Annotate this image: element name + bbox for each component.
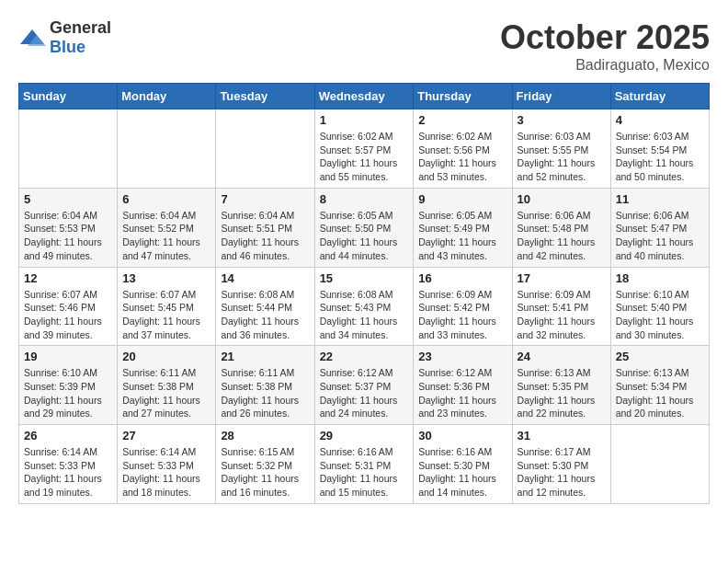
location-title: Badiraguato, Mexico	[500, 57, 710, 74]
day-number: 13	[122, 271, 210, 285]
week-row-3: 12Sunrise: 6:07 AMSunset: 5:46 PMDayligh…	[19, 267, 710, 346]
day-number: 14	[221, 271, 309, 285]
month-title: October 2025	[500, 18, 710, 57]
day-cell-2: 2Sunrise: 6:02 AMSunset: 5:56 PMDaylight…	[414, 109, 512, 189]
day-number: 22	[320, 350, 409, 363]
day-cell-11: 11Sunrise: 6:06 AMSunset: 5:47 PMDayligh…	[610, 188, 709, 267]
day-info: Sunrise: 6:15 AMSunset: 5:32 PMDaylight:…	[221, 445, 309, 500]
day-number: 24	[518, 350, 606, 363]
empty-cell	[118, 109, 216, 189]
day-number: 9	[418, 192, 506, 206]
day-number: 25	[616, 350, 704, 363]
day-info: Sunrise: 6:12 AMSunset: 5:36 PMDaylight:…	[418, 366, 506, 420]
day-info: Sunrise: 6:02 AMSunset: 5:56 PMDaylight:…	[418, 130, 506, 184]
day-cell-22: 22Sunrise: 6:12 AMSunset: 5:37 PMDayligh…	[314, 346, 414, 425]
day-number: 15	[320, 271, 409, 285]
day-number: 8	[320, 192, 409, 206]
week-row-1: 1Sunrise: 6:02 AMSunset: 5:57 PMDaylight…	[19, 109, 710, 189]
day-cell-14: 14Sunrise: 6:08 AMSunset: 5:44 PMDayligh…	[216, 267, 314, 346]
day-number: 4	[616, 113, 704, 127]
title-block: October 2025 Badiraguato, Mexico	[500, 18, 710, 74]
day-info: Sunrise: 6:12 AMSunset: 5:37 PMDaylight:…	[320, 366, 409, 420]
day-info: Sunrise: 6:07 AMSunset: 5:46 PMDaylight:…	[24, 288, 112, 342]
logo-icon	[18, 28, 46, 48]
day-cell-8: 8Sunrise: 6:05 AMSunset: 5:50 PMDaylight…	[314, 188, 414, 267]
weekday-header-friday: Friday	[512, 84, 610, 109]
calendar: SundayMondayTuesdayWednesdayThursdayFrid…	[18, 83, 710, 504]
day-number: 20	[122, 350, 210, 363]
weekday-header-saturday: Saturday	[610, 84, 709, 109]
day-info: Sunrise: 6:14 AMSunset: 5:33 PMDaylight:…	[24, 445, 112, 500]
day-cell-21: 21Sunrise: 6:11 AMSunset: 5:38 PMDayligh…	[216, 346, 314, 425]
empty-cell	[216, 109, 314, 189]
day-cell-3: 3Sunrise: 6:03 AMSunset: 5:55 PMDaylight…	[512, 109, 610, 189]
day-cell-20: 20Sunrise: 6:11 AMSunset: 5:38 PMDayligh…	[118, 346, 216, 425]
day-info: Sunrise: 6:17 AMSunset: 5:30 PMDaylight:…	[518, 445, 606, 500]
weekday-header-tuesday: Tuesday	[216, 84, 314, 109]
day-info: Sunrise: 6:08 AMSunset: 5:43 PMDaylight:…	[320, 288, 409, 342]
day-cell-18: 18Sunrise: 6:10 AMSunset: 5:40 PMDayligh…	[610, 267, 709, 346]
day-cell-19: 19Sunrise: 6:10 AMSunset: 5:39 PMDayligh…	[19, 346, 118, 425]
day-number: 16	[418, 271, 506, 285]
day-info: Sunrise: 6:08 AMSunset: 5:44 PMDaylight:…	[221, 288, 309, 342]
day-number: 17	[518, 271, 606, 285]
day-info: Sunrise: 6:06 AMSunset: 5:48 PMDaylight:…	[518, 209, 606, 263]
day-cell-29: 29Sunrise: 6:16 AMSunset: 5:31 PMDayligh…	[314, 425, 414, 504]
day-cell-12: 12Sunrise: 6:07 AMSunset: 5:46 PMDayligh…	[19, 267, 118, 346]
day-info: Sunrise: 6:11 AMSunset: 5:38 PMDaylight:…	[221, 366, 309, 420]
day-info: Sunrise: 6:13 AMSunset: 5:35 PMDaylight:…	[518, 366, 606, 420]
day-number: 23	[418, 350, 506, 363]
week-row-2: 5Sunrise: 6:04 AMSunset: 5:53 PMDaylight…	[19, 188, 710, 267]
day-number: 28	[221, 429, 309, 442]
day-info: Sunrise: 6:10 AMSunset: 5:39 PMDaylight:…	[24, 366, 112, 420]
day-number: 30	[418, 429, 506, 442]
day-info: Sunrise: 6:02 AMSunset: 5:57 PMDaylight:…	[320, 130, 409, 184]
day-number: 3	[518, 113, 606, 127]
day-number: 1	[320, 113, 409, 127]
day-cell-16: 16Sunrise: 6:09 AMSunset: 5:42 PMDayligh…	[414, 267, 512, 346]
day-info: Sunrise: 6:13 AMSunset: 5:34 PMDaylight:…	[616, 366, 704, 420]
page-header: General Blue October 2025 Badiraguato, M…	[18, 18, 710, 74]
day-info: Sunrise: 6:16 AMSunset: 5:30 PMDaylight:…	[418, 445, 506, 500]
day-cell-15: 15Sunrise: 6:08 AMSunset: 5:43 PMDayligh…	[314, 267, 414, 346]
weekday-header-row: SundayMondayTuesdayWednesdayThursdayFrid…	[19, 84, 710, 109]
weekday-header-thursday: Thursday	[414, 84, 512, 109]
empty-cell	[19, 109, 118, 189]
day-info: Sunrise: 6:14 AMSunset: 5:33 PMDaylight:…	[122, 445, 210, 500]
day-number: 29	[320, 429, 409, 442]
day-cell-10: 10Sunrise: 6:06 AMSunset: 5:48 PMDayligh…	[512, 188, 610, 267]
day-number: 27	[122, 429, 210, 442]
day-info: Sunrise: 6:11 AMSunset: 5:38 PMDaylight:…	[122, 366, 210, 420]
day-cell-7: 7Sunrise: 6:04 AMSunset: 5:51 PMDaylight…	[216, 188, 314, 267]
day-number: 12	[24, 271, 112, 285]
day-cell-9: 9Sunrise: 6:05 AMSunset: 5:49 PMDaylight…	[414, 188, 512, 267]
day-number: 11	[616, 192, 704, 206]
week-row-5: 26Sunrise: 6:14 AMSunset: 5:33 PMDayligh…	[19, 425, 710, 504]
day-number: 26	[24, 429, 112, 442]
empty-cell	[610, 425, 709, 504]
day-number: 19	[24, 350, 112, 363]
day-number: 2	[418, 113, 506, 127]
day-cell-24: 24Sunrise: 6:13 AMSunset: 5:35 PMDayligh…	[512, 346, 610, 425]
day-info: Sunrise: 6:06 AMSunset: 5:47 PMDaylight:…	[616, 209, 704, 263]
day-cell-1: 1Sunrise: 6:02 AMSunset: 5:57 PMDaylight…	[314, 109, 414, 189]
day-cell-25: 25Sunrise: 6:13 AMSunset: 5:34 PMDayligh…	[610, 346, 709, 425]
day-info: Sunrise: 6:04 AMSunset: 5:53 PMDaylight:…	[24, 209, 112, 263]
day-number: 21	[221, 350, 309, 363]
day-number: 7	[221, 192, 309, 206]
day-info: Sunrise: 6:05 AMSunset: 5:50 PMDaylight:…	[320, 209, 409, 263]
day-cell-30: 30Sunrise: 6:16 AMSunset: 5:30 PMDayligh…	[414, 425, 512, 504]
day-number: 6	[122, 192, 210, 206]
weekday-header-monday: Monday	[118, 84, 216, 109]
day-number: 18	[616, 271, 704, 285]
day-cell-26: 26Sunrise: 6:14 AMSunset: 5:33 PMDayligh…	[19, 425, 118, 504]
day-info: Sunrise: 6:09 AMSunset: 5:41 PMDaylight:…	[518, 288, 606, 342]
day-info: Sunrise: 6:10 AMSunset: 5:40 PMDaylight:…	[616, 288, 704, 342]
weekday-header-sunday: Sunday	[19, 84, 118, 109]
day-info: Sunrise: 6:16 AMSunset: 5:31 PMDaylight:…	[320, 445, 409, 500]
week-row-4: 19Sunrise: 6:10 AMSunset: 5:39 PMDayligh…	[19, 346, 710, 425]
weekday-header-wednesday: Wednesday	[314, 84, 414, 109]
day-cell-4: 4Sunrise: 6:03 AMSunset: 5:54 PMDaylight…	[610, 109, 709, 189]
day-cell-5: 5Sunrise: 6:04 AMSunset: 5:53 PMDaylight…	[19, 188, 118, 267]
day-info: Sunrise: 6:05 AMSunset: 5:49 PMDaylight:…	[418, 209, 506, 263]
